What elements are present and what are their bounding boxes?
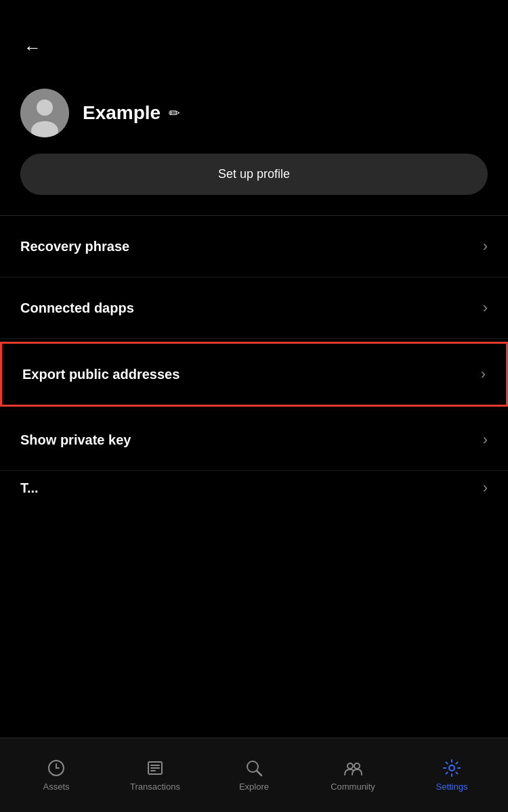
nav-item-explore[interactable]: Explore [205,752,303,798]
transactions-icon [146,759,165,777]
nav-item-settings[interactable]: Settings [402,752,501,798]
menu-item-recovery-phrase[interactable]: Recovery phrase › [0,216,508,277]
chevron-right-icon: › [483,238,488,255]
menu-item-label: Recovery phrase [20,239,129,254]
chevron-right-icon: › [483,299,488,317]
svg-point-10 [347,763,353,769]
community-icon [343,759,362,777]
profile-section: Example ✏ Set up profile [0,75,508,215]
svg-point-12 [449,765,454,771]
menu-item-partial[interactable]: T... › [0,471,508,505]
nav-item-transactions[interactable]: Transactions [106,752,205,798]
header: ← [0,0,508,75]
menu-item-connected-dapps[interactable]: Connected dapps › [0,277,508,339]
svg-point-1 [37,99,53,116]
profile-info: Example ✏ [20,89,488,137]
menu-item-export-public-addresses[interactable]: Export public addresses › [0,342,508,407]
nav-label-assets: Assets [43,782,69,792]
assets-icon [47,759,66,777]
edit-icon[interactable]: ✏ [169,105,180,121]
menu-item-label-partial: T... [20,480,39,496]
explore-icon [245,759,263,777]
chevron-right-icon: › [483,431,488,449]
profile-name: Example [83,102,161,124]
avatar [20,89,69,137]
setup-profile-button[interactable]: Set up profile [20,154,488,195]
screen: ← Example ✏ Set up profile Recovery phra… [0,0,508,812]
chevron-right-icon: › [483,479,488,497]
menu-list: Recovery phrase › Connected dapps › Expo… [0,216,508,738]
svg-line-9 [257,771,261,775]
menu-item-show-private-key[interactable]: Show private key › [0,409,508,471]
settings-icon [442,759,461,777]
nav-label-explore: Explore [239,782,269,792]
back-button[interactable]: ← [20,34,45,62]
menu-item-label: Connected dapps [20,300,134,316]
nav-item-assets[interactable]: Assets [7,752,106,798]
nav-item-community[interactable]: Community [303,752,402,798]
nav-label-settings: Settings [436,782,468,792]
bottom-nav: Assets Transactions Explore [0,738,508,812]
chevron-right-icon: › [481,365,486,383]
svg-point-11 [354,763,360,769]
nav-label-transactions: Transactions [130,782,180,792]
profile-name-row: Example ✏ [83,102,180,124]
nav-label-community: Community [331,782,375,792]
menu-item-label: Show private key [20,432,131,448]
menu-item-label: Export public addresses [22,367,179,382]
